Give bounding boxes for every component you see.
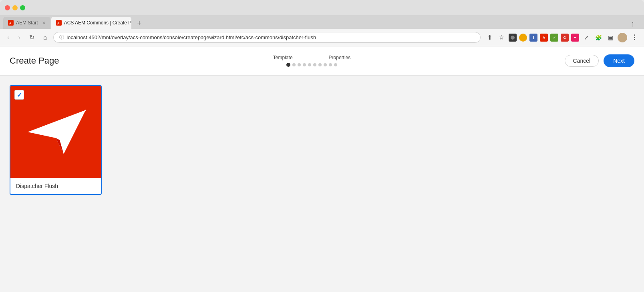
step-dot-8: [329, 63, 332, 66]
next-button[interactable]: Next: [604, 54, 634, 67]
expand-button[interactable]: ⤢: [582, 33, 591, 42]
svg-point-5: [521, 36, 525, 39]
page-title: Create Page: [10, 56, 59, 66]
header-actions: Cancel Next: [565, 54, 634, 67]
maximize-traffic-light[interactable]: [20, 5, 25, 10]
sidebar-toggle[interactable]: ▣: [606, 33, 615, 42]
step-dot-6: [318, 63, 322, 66]
bookmark-button[interactable]: ☆: [497, 33, 506, 42]
tab-aem-start[interactable]: A AEM Start ✕: [3, 17, 50, 29]
svg-text:A: A: [9, 22, 12, 25]
step-dot-1: [292, 63, 296, 66]
home-button[interactable]: ⌂: [41, 33, 50, 42]
wizard-steps: Template Properties: [59, 55, 565, 67]
step-dot-7: [324, 63, 327, 66]
step-dot-3: [303, 63, 306, 66]
template-card-dispatcher-flush[interactable]: ✓ Dispatcher Flush: [10, 85, 102, 195]
step-dot-5: [313, 63, 316, 66]
url-text: localhost:4502/mnt/overlay/acs-commons/c…: [66, 34, 316, 40]
svg-marker-6: [28, 110, 86, 154]
reload-button[interactable]: ↻: [27, 33, 37, 42]
title-bar: [0, 0, 644, 15]
template-card-checkbox[interactable]: ✓: [14, 90, 24, 100]
tab-acs-commons[interactable]: A ACS AEM Commons | Create P ✕: [51, 17, 131, 29]
url-field[interactable]: ⓘ localhost:4502/mnt/overlay/acs-commons…: [53, 32, 481, 43]
svg-text:A: A: [57, 22, 59, 25]
paper-plane-icon: [24, 106, 88, 158]
address-bar: ‹ › ↻ ⌂ ⓘ localhost:4502/mnt/overlay/acs…: [0, 29, 644, 46]
forward-button[interactable]: ›: [16, 33, 22, 42]
browser-chrome: A AEM Start ✕ A ACS AEM Commons | Create…: [0, 0, 644, 292]
new-tab-button[interactable]: +: [134, 18, 145, 29]
step-template-label: Template: [273, 55, 293, 60]
tabs-bar: A AEM Start ✕ A ACS AEM Commons | Create…: [0, 15, 644, 29]
aem-tab-icon: A: [8, 20, 14, 26]
template-grid: ✓ Dispatcher Flush: [0, 76, 644, 204]
profile-avatar[interactable]: [618, 33, 627, 42]
template-card-image: ✓: [10, 86, 101, 178]
url-lock-icon: ⓘ: [59, 34, 64, 41]
share-button[interactable]: ⬆: [485, 33, 494, 42]
cancel-button[interactable]: Cancel: [565, 55, 599, 67]
checkmark-icon: ✓: [17, 91, 22, 99]
app-header: Create Page Template Properties: [0, 46, 644, 75]
step-dot-0: [286, 63, 290, 67]
page-content: Create Page Template Properties: [0, 46, 644, 292]
tab-aem-start-close[interactable]: ✕: [42, 20, 46, 26]
minimize-traffic-light[interactable]: [12, 5, 18, 10]
ext-icon-3[interactable]: f: [529, 34, 537, 42]
browser-menu-dots[interactable]: ⋮: [630, 33, 639, 42]
ext-icon-4[interactable]: ✓: [550, 34, 558, 42]
ext-icon-adobe[interactable]: A: [540, 34, 548, 42]
ext-icon-6[interactable]: ✦: [571, 34, 579, 42]
template-card-label: Dispatcher Flush: [10, 178, 101, 194]
step-dot-2: [298, 63, 301, 66]
tab-aem-start-label: AEM Start: [16, 20, 38, 26]
extensions-button[interactable]: 🧩: [594, 33, 603, 42]
ext-icon-1[interactable]: [509, 34, 517, 42]
svg-point-4: [511, 36, 515, 40]
tab-acs-commons-label: ACS AEM Commons | Create P: [64, 20, 131, 26]
step-dot-4: [308, 63, 311, 66]
browser-extensions: ⬆ ☆ f A ✓ G ✦ ⤢ 🧩 ▣ ⋮: [485, 33, 639, 42]
browser-menu-button[interactable]: ⋮: [628, 19, 638, 29]
ext-icon-2[interactable]: [519, 34, 527, 42]
back-button[interactable]: ‹: [5, 33, 12, 42]
acs-tab-icon: A: [56, 20, 62, 26]
close-traffic-light[interactable]: [5, 5, 10, 10]
step-properties-label: Properties: [329, 55, 351, 60]
step-dot-9: [334, 63, 337, 66]
ext-icon-5[interactable]: G: [561, 34, 569, 42]
traffic-lights: [5, 5, 25, 10]
